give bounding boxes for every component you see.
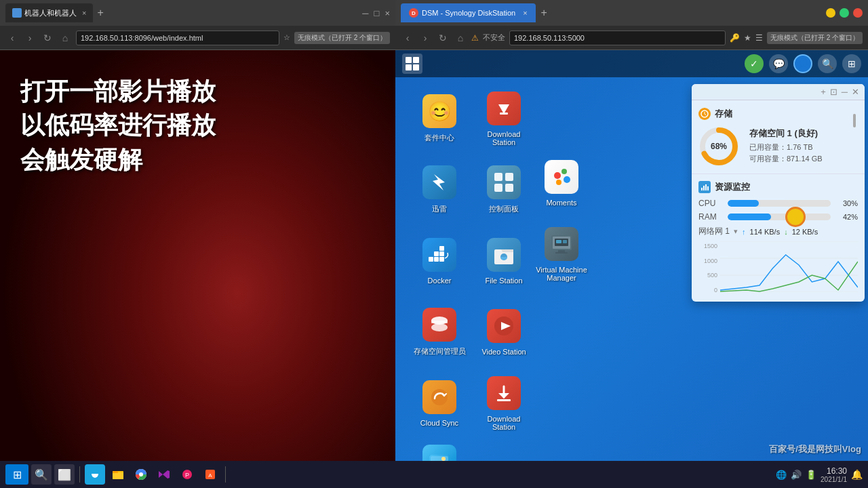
storage-manager-label: 存储空间管理员 (414, 346, 466, 357)
overlay-line1: 打开一部影片播放 (20, 75, 216, 108)
app-item-docker[interactable]: Docker (409, 226, 470, 294)
app-item-download-station[interactable]: Download Station (473, 84, 534, 152)
dsm-nav-back[interactable]: ‹ (401, 33, 414, 43)
widget-minimize-button[interactable]: ─ (842, 87, 848, 97)
network-chart-svg (720, 241, 858, 292)
app-item-storage-manager[interactable]: 存储空间管理员 (409, 298, 470, 365)
chart-y-0: 0 (698, 287, 717, 293)
svg-rect-40 (701, 188, 703, 190)
left-nav-home[interactable]: ⌂ (58, 33, 72, 43)
app-item-control-panel[interactable]: 控制面板 (473, 155, 534, 223)
svg-rect-5 (505, 184, 513, 192)
svg-rect-6 (429, 257, 433, 262)
left-nav-forward[interactable]: › (23, 33, 37, 43)
taskbar-chrome-icon[interactable] (131, 464, 151, 485)
storage-avail-label: 可用容量：871.14 GB (749, 154, 858, 164)
taskbar-clock[interactable]: 16:30 2021/1/1 (821, 466, 847, 483)
app-item-virtual-machine[interactable]: Virtual Machine Manager (531, 220, 592, 287)
taskbar-battery-icon[interactable]: 🔋 (806, 470, 816, 480)
left-win-close[interactable]: × (384, 8, 390, 18)
left-win-maximize[interactable]: □ (374, 8, 380, 18)
widget-add-button[interactable]: + (821, 87, 826, 97)
svg-rect-11 (439, 246, 444, 251)
dsm-notification-icon[interactable]: ✓ (745, 54, 764, 73)
dsm-search-button[interactable]: 🔍 (818, 54, 837, 73)
left-win-minimize[interactable]: ─ (362, 8, 368, 18)
dsm-tab-strip: D DSM - Synology DiskStation × + (401, 3, 551, 22)
taskbar-network-icon[interactable]: 🌐 (776, 470, 787, 480)
widget-restore-button[interactable]: ⊡ (830, 87, 837, 97)
taskbar-search-button[interactable]: 🔍 (31, 464, 52, 485)
dsm-grid-view-icon[interactable]: ⊞ (842, 54, 861, 73)
control-panel-icon-wrap (486, 164, 522, 201)
taskbar-date: 2021/1/1 (821, 476, 847, 483)
dsm-user-avatar[interactable]: 👤 (793, 54, 812, 73)
app-item-download-station2[interactable]: Download Station (473, 369, 534, 436)
dsm-tab-active[interactable]: D DSM - Synology DiskStation × (401, 3, 536, 22)
ram-bar-background (728, 214, 831, 220)
app-item-video-station[interactable]: Video Station (473, 298, 534, 365)
taskbar-vs-icon[interactable] (154, 464, 174, 485)
taskbar-right-area: 🌐 🔊 🔋 16:30 2021/1/1 🔔 (776, 466, 863, 483)
chart-area: 1500 1000 500 0 (698, 241, 858, 295)
virtual-machine-icon-wrap (543, 226, 580, 262)
app-item-file-station[interactable]: File Station (473, 226, 534, 294)
svg-rect-36 (563, 240, 567, 243)
left-address-input[interactable] (76, 30, 279, 45)
video-station-icon (487, 309, 521, 343)
left-tab-active[interactable]: 机器人和机器人 × (5, 3, 93, 22)
dsm-incognito-badge: 无痕模式（已打开 2 个窗口） (767, 32, 863, 44)
dsm-apps-grid-icon[interactable] (402, 54, 422, 74)
left-new-tab-button[interactable]: + (94, 7, 106, 19)
dsm-win-maximize[interactable] (840, 8, 849, 18)
dsm-extensions-icon[interactable]: ☰ (755, 33, 763, 43)
network-dropdown[interactable]: ▾ (734, 227, 738, 236)
dsm-bookmark-icon[interactable]: ★ (744, 33, 751, 43)
left-address-bar: ‹ › ↻ ⌂ ☆ 无痕模式（已打开 2 个窗口） (0, 26, 395, 50)
dsm-nav-forward[interactable]: › (418, 33, 432, 43)
app-item-package-center[interactable]: 套件中心 (409, 84, 470, 152)
left-nav-back[interactable]: ‹ (5, 33, 19, 43)
chart-y-1000: 1000 (698, 258, 717, 264)
dsm-new-tab-button[interactable]: + (537, 7, 551, 19)
left-tab-close[interactable]: × (82, 9, 86, 17)
dsm-tab-close[interactable]: × (523, 9, 527, 17)
dsm-nav-home[interactable]: ⌂ (454, 33, 467, 43)
dsm-win-close[interactable] (853, 8, 863, 18)
taskbar-app6-icon[interactable]: A (200, 464, 220, 485)
app-item-moments[interactable]: Moments (531, 148, 592, 216)
dsm-address-input[interactable] (509, 30, 726, 45)
taskbar-edge-icon[interactable] (85, 464, 105, 485)
ram-row: RAM 42% (698, 212, 858, 222)
left-bookmark-icon[interactable]: ☆ (283, 33, 290, 42)
taskbar-task-view[interactable]: ⬜ (54, 464, 75, 485)
storage-volume-name: 存储空间 1 (良好) (749, 127, 858, 140)
dsm-chat-icon[interactable]: 💬 (769, 54, 788, 73)
dsm-nav-refresh[interactable]: ↻ (436, 33, 450, 43)
dsm-key-icon[interactable]: 🔑 (730, 33, 740, 43)
overlay-text-block: 打开一部影片播放 以低码率进行播放 会触发硬解 (20, 75, 216, 177)
file-station-icon (487, 238, 521, 272)
app-item-cloud-sync[interactable]: Cloud Sync (409, 369, 470, 436)
dsm-window-controls (826, 8, 863, 18)
svg-rect-21 (497, 399, 511, 401)
video-station-label: Video Station (481, 348, 526, 356)
left-nav-refresh[interactable]: ↻ (41, 33, 54, 43)
storage-scroll[interactable] (853, 114, 856, 127)
svg-text:P: P (185, 472, 189, 479)
download-station-icon (487, 92, 521, 125)
svg-point-29 (556, 180, 561, 185)
app-item-xunlei[interactable]: 迅雷 (409, 155, 470, 223)
taskbar-app5-icon[interactable]: P (177, 464, 197, 485)
chart-y-axis: 1500 1000 500 0 (698, 241, 717, 295)
widget-close-button[interactable]: ✕ (852, 87, 859, 97)
left-panel: 机器人和机器人 × + ─ □ × ‹ › ↻ ⌂ ☆ 无痕模式（已打开 2 个… (0, 0, 395, 488)
dsm-win-minimize[interactable] (826, 8, 835, 18)
taskbar-notification-button[interactable]: 🔔 (851, 469, 863, 480)
windows-start-button[interactable]: ⊞ (5, 464, 28, 485)
virtual-machine-label: Virtual Machine Manager (534, 266, 589, 282)
taskbar-explorer-icon[interactable] (108, 464, 128, 485)
svg-rect-3 (505, 173, 513, 181)
taskbar-volume-icon[interactable]: 🔊 (791, 470, 802, 480)
network-up-icon: ↑ (742, 228, 746, 236)
